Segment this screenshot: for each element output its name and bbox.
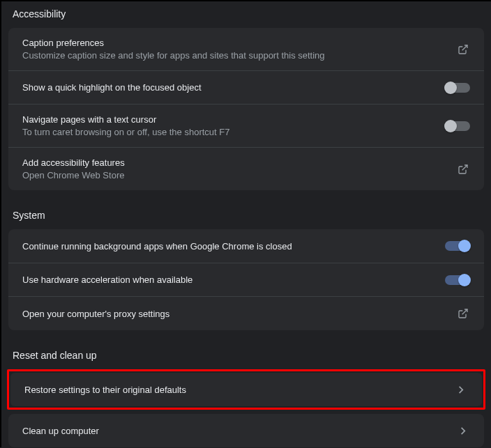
row-title: Continue running background apps when Go… [22, 241, 292, 252]
highlight-box: Restore settings to their original defau… [7, 369, 485, 410]
external-link-icon [456, 43, 470, 56]
section-heading-system: System [6, 204, 487, 229]
row-subtitle: Open Chrome Web Store [22, 170, 125, 180]
row-caption-preferences[interactable]: Caption preferences Customize caption si… [8, 28, 484, 70]
row-background-apps: Continue running background apps when Go… [8, 229, 484, 263]
external-link-icon [456, 162, 470, 176]
section-heading-reset: Reset and clean up [6, 344, 487, 369]
row-quick-highlight: Show a quick highlight on the focused ob… [8, 70, 484, 104]
toggle-background-apps[interactable] [445, 241, 470, 251]
row-add-accessibility-features[interactable]: Add accessibility features Open Chrome W… [8, 147, 484, 190]
toggle-text-cursor[interactable] [445, 121, 470, 131]
section-heading-accessibility: Accessibility [6, 3, 487, 28]
toggle-hardware-acceleration[interactable] [445, 275, 470, 285]
row-proxy-settings[interactable]: Open your computer's proxy settings [8, 296, 484, 330]
chevron-right-icon [454, 383, 468, 396]
row-title: Restore settings to their original defau… [24, 385, 186, 395]
row-clean-up-computer[interactable]: Clean up computer [8, 414, 484, 447]
row-title: Clean up computer [22, 426, 99, 436]
row-restore-defaults[interactable]: Restore settings to their original defau… [10, 373, 482, 406]
toggle-quick-highlight[interactable] [445, 83, 470, 93]
external-link-icon [456, 307, 470, 320]
row-title: Use hardware acceleration when available [22, 275, 192, 285]
row-title: Open your computer's proxy settings [22, 309, 169, 319]
chevron-right-icon [456, 424, 470, 438]
row-title: Navigate pages with a text cursor [22, 114, 229, 125]
row-title: Add accessibility features [22, 157, 125, 168]
row-hardware-acceleration: Use hardware acceleration when available [8, 263, 484, 296]
row-title: Show a quick highlight on the focused ob… [22, 82, 202, 93]
row-title: Caption preferences [22, 38, 325, 48]
row-subtitle: Customize caption size and style for app… [22, 50, 325, 61]
row-text-cursor: Navigate pages with a text cursor To tur… [8, 104, 484, 147]
row-subtitle: To turn caret browsing on or off, use th… [22, 127, 229, 137]
